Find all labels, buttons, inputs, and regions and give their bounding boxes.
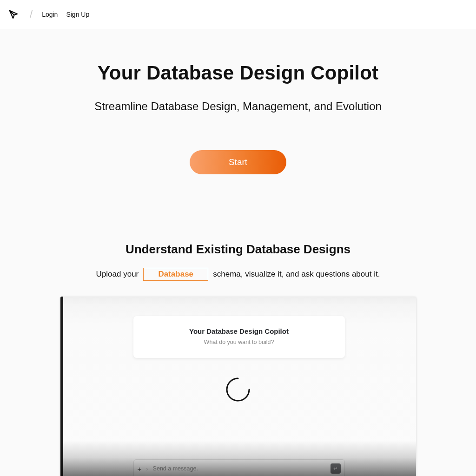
section-sub-post: schema, visualize it, and ask questions …	[213, 270, 380, 279]
hero-subtitle: Streamline Database Design, Management, …	[0, 100, 476, 113]
demo-video[interactable]: Your Database Design Copilot What do you…	[60, 297, 416, 476]
brand-logo-icon[interactable]	[8, 9, 19, 20]
video-card-sub: What do you want to build?	[133, 339, 345, 345]
section-subtitle: Upload your Database schema, visualize i…	[0, 268, 476, 281]
database-chip: Database	[143, 268, 208, 281]
topbar: / Login Sign Up	[0, 0, 476, 29]
breadcrumb-slash-icon: /	[30, 8, 33, 20]
page-body: Your Database Design Copilot Streamline …	[0, 29, 476, 476]
start-button[interactable]: Start	[190, 150, 286, 174]
video-controls-overlay: 0:00	[60, 441, 416, 476]
login-link[interactable]: Login	[42, 11, 58, 18]
video-card-title: Your Database Design Copilot	[133, 327, 345, 335]
video-copilot-card: Your Database Design Copilot What do you…	[133, 316, 345, 358]
hero-title: Your Database Design Copilot	[0, 62, 476, 84]
signup-link[interactable]: Sign Up	[66, 11, 89, 18]
loading-spinner-icon	[224, 376, 252, 403]
section-title: Understand Existing Database Designs	[0, 242, 476, 257]
section-sub-pre: Upload your	[96, 270, 139, 279]
